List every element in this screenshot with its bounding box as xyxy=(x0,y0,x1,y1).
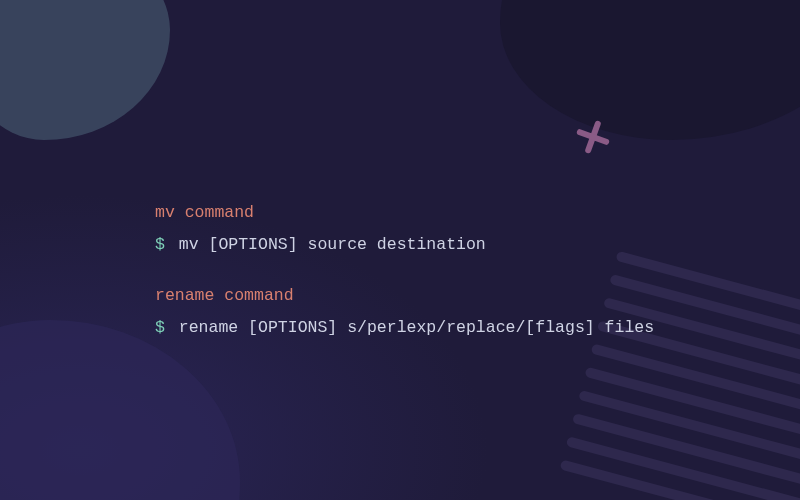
prompt-symbol: $ xyxy=(155,235,165,254)
rename-command-line: $ rename [OPTIONS] s/perlexp/replace/[fl… xyxy=(155,315,654,341)
blob-top-left xyxy=(0,0,170,140)
mv-command-text: mv [OPTIONS] source destination xyxy=(179,235,486,254)
command-examples: mv command $ mv [OPTIONS] source destina… xyxy=(155,200,654,340)
rename-command-label: rename command xyxy=(155,283,654,309)
prompt-symbol: $ xyxy=(155,318,165,337)
blob-top-right xyxy=(500,0,800,140)
mv-command-line: $ mv [OPTIONS] source destination xyxy=(155,232,654,258)
rename-command-text: rename [OPTIONS] s/perlexp/replace/[flag… xyxy=(179,318,654,337)
mv-command-label: mv command xyxy=(155,200,654,226)
blob-bottom-left xyxy=(0,320,240,500)
